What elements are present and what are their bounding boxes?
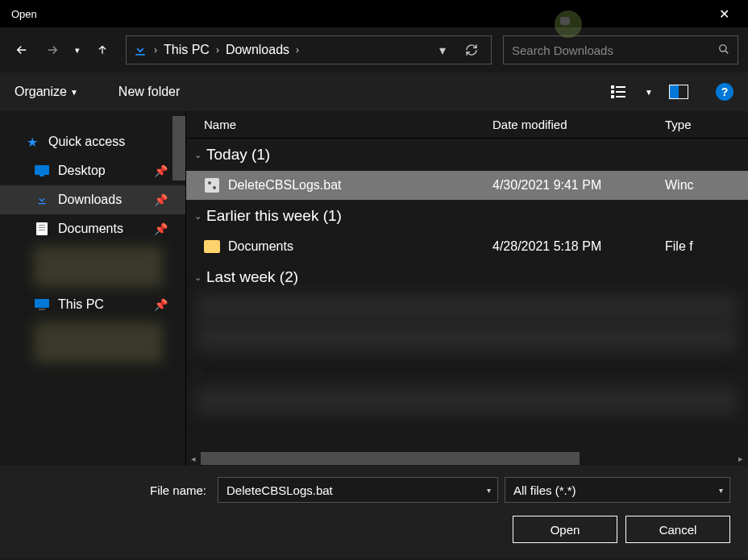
breadcrumb-dropdown[interactable]: ▾ bbox=[428, 36, 457, 64]
svg-rect-15 bbox=[39, 227, 45, 228]
svg-rect-0 bbox=[135, 54, 145, 56]
redacted-item bbox=[34, 247, 163, 287]
content: ★ Quick access Desktop 📌 Downloads 📌 Doc… bbox=[0, 111, 748, 466]
up-icon bbox=[96, 44, 109, 56]
svg-rect-14 bbox=[39, 225, 45, 226]
group-collapsed[interactable]: ⌄ bbox=[186, 353, 748, 385]
search-input[interactable]: Search Downloads bbox=[503, 35, 738, 64]
svg-rect-18 bbox=[39, 309, 45, 310]
cancel-button[interactable]: Cancel bbox=[625, 516, 730, 543]
file-filter-select[interactable]: All files (*.*) ▾ bbox=[505, 477, 730, 503]
sidebar-item-documents[interactable]: Documents 📌 bbox=[0, 214, 185, 243]
group-today[interactable]: ⌄ Today (1) bbox=[186, 139, 748, 171]
file-row[interactable]: Documents 4/28/2021 5:18 PM File f bbox=[186, 232, 748, 261]
forward-icon bbox=[45, 43, 60, 57]
back-button[interactable] bbox=[10, 38, 34, 62]
sidebar-item-thispc[interactable]: This PC 📌 bbox=[0, 290, 185, 319]
sidebar-item-desktop[interactable]: Desktop 📌 bbox=[0, 156, 185, 185]
bottom-panel: File name: DeleteCBSLogs.bat ▾ All files… bbox=[0, 466, 748, 558]
sidebar: ★ Quick access Desktop 📌 Downloads 📌 Doc… bbox=[0, 111, 185, 466]
chevron-down-icon[interactable]: ▾ bbox=[487, 486, 491, 495]
pin-icon: 📌 bbox=[154, 164, 168, 177]
chevron-right-icon: › bbox=[296, 44, 299, 56]
help-button[interactable]: ? bbox=[716, 83, 733, 101]
svg-point-1 bbox=[720, 44, 726, 51]
navbar: ▾ › This PC › Downloads › ▾ Search Downl… bbox=[0, 27, 748, 73]
sidebar-item-downloads[interactable]: Downloads 📌 bbox=[0, 185, 185, 214]
chevron-down-icon: ⌄ bbox=[194, 150, 202, 160]
filename-input[interactable]: DeleteCBSLogs.bat ▾ bbox=[218, 477, 498, 503]
chevron-down-icon[interactable]: ▾ bbox=[719, 486, 723, 495]
file-body: ⌄ Today (1) DeleteCBSLogs.bat 4/30/2021 … bbox=[186, 139, 748, 445]
svg-rect-4 bbox=[611, 95, 614, 98]
recent-dropdown[interactable]: ▾ bbox=[71, 38, 84, 62]
list-view-icon bbox=[611, 85, 627, 98]
svg-point-20 bbox=[208, 181, 211, 185]
new-folder-button[interactable]: New folder bbox=[118, 85, 180, 99]
star-icon: ★ bbox=[24, 135, 40, 149]
filename-label: File name: bbox=[18, 483, 211, 497]
redacted-item bbox=[196, 387, 738, 414]
titlebar: Open ✕ bbox=[0, 0, 748, 27]
refresh-icon bbox=[465, 44, 478, 56]
back-icon bbox=[15, 43, 29, 57]
close-button[interactable]: ✕ bbox=[706, 2, 742, 26]
group-lastweek[interactable]: ⌄ Last week (2) bbox=[186, 261, 748, 293]
svg-rect-11 bbox=[39, 175, 44, 176]
horizontal-scrollbar[interactable]: ◂ ▸ bbox=[186, 451, 748, 466]
window-title: Open bbox=[6, 8, 37, 20]
svg-point-21 bbox=[213, 186, 216, 189]
toolbar: Organize ▼ New folder ▼ ? bbox=[0, 73, 748, 111]
redacted-item bbox=[196, 295, 738, 322]
scroll-thumb[interactable] bbox=[201, 452, 580, 465]
svg-rect-10 bbox=[35, 165, 49, 175]
preview-icon bbox=[669, 85, 688, 99]
column-type[interactable]: Type bbox=[665, 118, 748, 131]
chevron-down-icon[interactable]: ▼ bbox=[645, 88, 653, 97]
svg-rect-7 bbox=[616, 96, 625, 97]
folder-icon bbox=[204, 239, 220, 255]
pin-icon: 📌 bbox=[154, 193, 168, 206]
downloads-folder-icon bbox=[131, 41, 149, 59]
documents-icon bbox=[34, 222, 50, 236]
redacted-item bbox=[34, 322, 163, 363]
close-icon: ✕ bbox=[719, 6, 729, 22]
svg-rect-13 bbox=[36, 222, 48, 235]
svg-rect-12 bbox=[38, 203, 45, 204]
svg-rect-3 bbox=[611, 90, 614, 93]
thispc-icon bbox=[34, 297, 50, 312]
column-headers: Name Date modified Type bbox=[186, 111, 748, 139]
group-earlier[interactable]: ⌄ Earlier this week (1) bbox=[186, 200, 748, 232]
forward-button[interactable] bbox=[40, 38, 64, 62]
downloads-icon bbox=[34, 193, 50, 207]
column-date[interactable]: Date modified bbox=[492, 118, 665, 131]
svg-rect-17 bbox=[35, 299, 49, 308]
open-button[interactable]: Open bbox=[513, 516, 617, 543]
svg-rect-19 bbox=[205, 178, 219, 193]
refresh-button[interactable] bbox=[457, 36, 486, 64]
breadcrumb[interactable]: › This PC › Downloads › ▾ bbox=[126, 35, 492, 64]
preview-pane-button[interactable] bbox=[667, 82, 690, 102]
filelist: Name Date modified Type ⌄ Today (1) Dele… bbox=[185, 111, 748, 466]
desktop-icon bbox=[34, 164, 50, 178]
breadcrumb-seg-downloads[interactable]: Downloads bbox=[219, 43, 296, 57]
file-row-selected[interactable]: DeleteCBSLogs.bat 4/30/2021 9:41 PM Winc bbox=[186, 171, 748, 200]
svg-rect-5 bbox=[616, 86, 625, 88]
search-placeholder: Search Downloads bbox=[512, 44, 718, 57]
view-options-button[interactable] bbox=[608, 82, 630, 102]
pin-icon: 📌 bbox=[154, 222, 168, 235]
pin-icon: 📌 bbox=[154, 298, 168, 311]
up-button[interactable] bbox=[90, 38, 114, 62]
help-icon: ? bbox=[721, 85, 729, 98]
bat-file-icon bbox=[204, 177, 220, 193]
breadcrumb-seg-thispc[interactable]: This PC bbox=[157, 43, 216, 57]
redacted-item bbox=[196, 324, 738, 351]
chevron-down-icon: ⌄ bbox=[194, 272, 202, 283]
sidebar-item-quickaccess[interactable]: ★ Quick access bbox=[0, 127, 185, 156]
chevron-down-icon: ⌄ bbox=[194, 211, 202, 222]
organize-button[interactable]: Organize ▼ bbox=[15, 85, 78, 99]
svg-rect-6 bbox=[616, 91, 625, 93]
scroll-left-icon[interactable]: ◂ bbox=[186, 451, 201, 466]
scroll-right-icon[interactable]: ▸ bbox=[733, 451, 748, 466]
column-name[interactable]: Name bbox=[186, 118, 492, 131]
